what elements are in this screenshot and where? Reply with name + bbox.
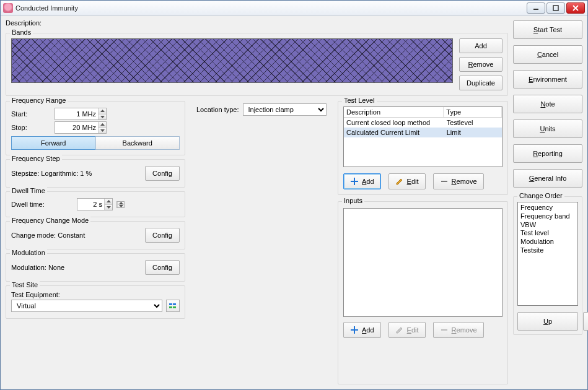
- test-equipment-label: Test Equipment:: [11, 291, 180, 298]
- list-item[interactable]: Frequency: [520, 204, 575, 212]
- content: Description: Bands Add Remove Duplicate …: [1, 15, 587, 389]
- fcm-config-button[interactable]: Config: [145, 228, 180, 243]
- units-button[interactable]: Units: [513, 119, 582, 138]
- minus-icon: [440, 177, 449, 186]
- list-item[interactable]: Test level: [520, 229, 575, 238]
- test-level-col-type: Type: [444, 107, 502, 117]
- frequency-step-group: Frequency Step Stepsize: Logarithmic: 1 …: [6, 159, 185, 188]
- test-level-edit-button[interactable]: Edit: [388, 173, 426, 189]
- location-type-label: Location type:: [196, 106, 239, 113]
- cancel-button[interactable]: Cancel: [513, 45, 582, 64]
- test-level-col-description: Description: [344, 107, 444, 117]
- modulation-config-button[interactable]: Config: [145, 260, 180, 275]
- bands-group: Bands Add Remove Duplicate: [6, 33, 508, 96]
- pencil-icon: [395, 326, 404, 334]
- change-order-up-button[interactable]: Up: [517, 312, 578, 331]
- svg-rect-3: [173, 303, 176, 305]
- list-item[interactable]: Modulation: [520, 238, 575, 246]
- svg-rect-5: [173, 306, 176, 308]
- test-site-group: Test Site Test Equipment: Virtual: [6, 285, 185, 319]
- change-order-list[interactable]: Frequency Frequency band VBW Test level …: [517, 202, 578, 306]
- sidebar: Start Test Cancel Environment Note Units…: [513, 19, 582, 384]
- location-type-select[interactable]: Injection clamp: [243, 103, 327, 116]
- environment-button[interactable]: Environment: [513, 70, 582, 89]
- start-label: Start:: [11, 110, 51, 118]
- dwell-time-group: Dwell Time Dwell time:: [6, 191, 185, 217]
- list-item[interactable]: Testsite: [520, 246, 575, 255]
- backward-toggle[interactable]: Backward: [95, 136, 180, 150]
- titlebar: Conducted Immunity: [1, 1, 587, 15]
- svg-rect-2: [169, 303, 172, 305]
- svg-rect-6: [441, 181, 447, 182]
- start-test-button[interactable]: Start Test: [513, 20, 582, 39]
- list-item[interactable]: Frequency band: [520, 212, 575, 221]
- inputs-list[interactable]: [343, 208, 502, 317]
- forward-toggle[interactable]: Forward: [11, 136, 95, 150]
- reporting-button[interactable]: Reporting: [513, 144, 582, 163]
- frequency-range-group: Frequency Range Start:: [6, 101, 185, 155]
- fcm-summary: Change mode: Constant: [11, 232, 85, 239]
- pencil-icon: [395, 177, 404, 186]
- note-button[interactable]: Note: [513, 95, 582, 113]
- minus-icon: [440, 326, 449, 334]
- inputs-add-button[interactable]: Add: [343, 322, 381, 338]
- dwell-unit-spinner[interactable]: [104, 199, 112, 210]
- inputs-group: Inputs Add Edit: [338, 201, 508, 384]
- bands-legend: Bands: [10, 28, 33, 36]
- modulation-summary: Modulation: None: [11, 264, 64, 271]
- table-row[interactable]: Current closed loop method Testlevel: [344, 118, 502, 128]
- inputs-edit-button: Edit: [388, 322, 426, 338]
- test-equipment-browse-button[interactable]: [166, 300, 180, 312]
- svg-rect-7: [441, 329, 447, 331]
- test-level-group: Test Level Description Type Current clos…: [338, 101, 508, 195]
- app-icon: [3, 3, 13, 13]
- bands-remove-button[interactable]: Remove: [459, 57, 502, 72]
- stop-spinner[interactable]: [98, 122, 106, 133]
- window-title: Conducted Immunity: [15, 4, 527, 12]
- plus-icon: [350, 326, 359, 334]
- change-order-group: Change Order Frequency Frequency band VB…: [513, 196, 582, 335]
- change-order-down-button[interactable]: Down: [583, 312, 588, 331]
- plus-icon: [350, 177, 359, 186]
- freq-step-summary: Stepsize: Logarithmic: 1 %: [11, 170, 92, 177]
- freq-step-config-button[interactable]: Config: [145, 166, 180, 181]
- modulation-group: Modulation Modulation: None Config: [6, 253, 185, 282]
- maximize-button[interactable]: [546, 2, 565, 14]
- test-level-remove-button[interactable]: Remove: [433, 173, 484, 189]
- svg-rect-0: [533, 9, 538, 10]
- window: Conducted Immunity Description: Bands Ad…: [0, 0, 588, 390]
- bands-canvas[interactable]: [11, 38, 453, 83]
- svg-rect-4: [169, 306, 172, 308]
- start-spinner[interactable]: [98, 108, 106, 119]
- svg-rect-1: [553, 6, 558, 11]
- test-level-table[interactable]: Description Type Current closed loop met…: [343, 106, 502, 167]
- bands-add-button[interactable]: Add: [459, 38, 502, 53]
- stop-label: Stop:: [11, 124, 51, 131]
- close-button[interactable]: [566, 2, 585, 14]
- table-row[interactable]: Calculated Current Limit Limit: [344, 128, 502, 137]
- inputs-remove-button: Remove: [433, 322, 484, 338]
- test-equipment-select[interactable]: Virtual: [11, 300, 162, 312]
- bands-duplicate-button[interactable]: Duplicate: [459, 76, 502, 90]
- dwell-value-spinner[interactable]: [116, 201, 125, 208]
- dwell-label: Dwell time:: [11, 201, 73, 208]
- minimize-button[interactable]: [527, 2, 545, 14]
- general-info-button[interactable]: General Info: [513, 169, 582, 188]
- frequency-change-mode-group: Frequency Change Mode Change mode: Const…: [6, 221, 185, 249]
- test-level-add-button[interactable]: Add: [343, 173, 381, 189]
- list-item[interactable]: VBW: [520, 221, 575, 230]
- description-label: Description:: [6, 19, 508, 27]
